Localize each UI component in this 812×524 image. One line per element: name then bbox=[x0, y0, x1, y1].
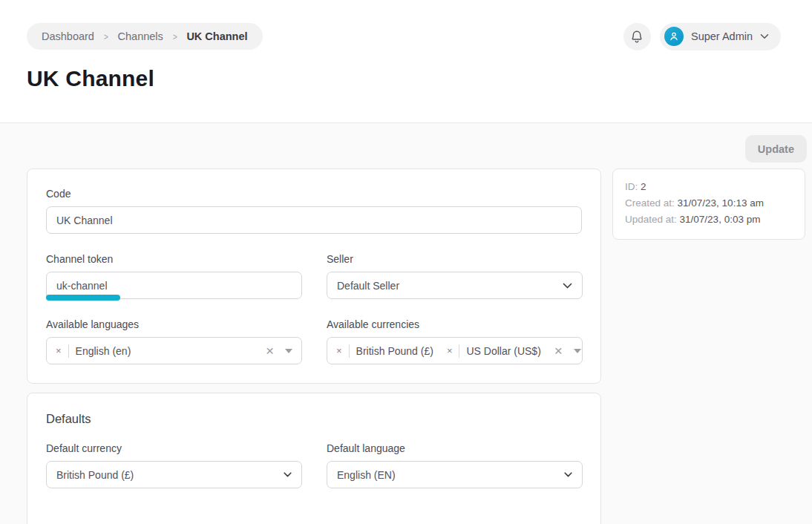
chip-remove-icon[interactable]: × bbox=[56, 346, 62, 356]
token-highlight-bar bbox=[46, 295, 120, 301]
page-header: Dashboard > Channels > UK Channel bbox=[0, 0, 812, 123]
channel-token-label: Channel token bbox=[46, 253, 302, 265]
chip-remove-icon[interactable]: × bbox=[447, 346, 453, 356]
page-title: UK Channel bbox=[0, 50, 812, 91]
default-currency-label: Default currency bbox=[46, 442, 302, 454]
breadcrumb-dashboard[interactable]: Dashboard bbox=[42, 30, 94, 42]
dropdown-caret-icon[interactable] bbox=[285, 349, 292, 353]
breadcrumb-current-page: UK Channel bbox=[186, 30, 247, 42]
language-chip: × English (en) bbox=[56, 344, 131, 358]
dropdown-caret-icon[interactable] bbox=[574, 349, 581, 353]
default-language-field: Default language English (EN) bbox=[327, 442, 583, 488]
chip-divider bbox=[68, 344, 69, 358]
available-currencies-label: Available currencies bbox=[327, 318, 583, 330]
meta-created-label: Created at: bbox=[625, 197, 675, 209]
meta-created-value: 31/07/23, 10:13 am bbox=[678, 197, 764, 209]
breadcrumb-channels[interactable]: Channels bbox=[118, 30, 163, 42]
seller-selected-value: Default Seller bbox=[337, 280, 399, 292]
select-chevron-icon bbox=[284, 472, 292, 477]
available-languages-field: Available languages × English (en) × bbox=[46, 318, 302, 364]
defaults-row: Default currency British Pound (£) Defau… bbox=[46, 442, 582, 488]
chip-remove-icon[interactable]: × bbox=[336, 346, 342, 356]
clear-all-icon[interactable]: × bbox=[266, 344, 274, 358]
default-language-selected-value: English (EN) bbox=[337, 469, 396, 481]
breadcrumb: Dashboard > Channels > UK Channel bbox=[27, 23, 263, 50]
multiselect-controls: × bbox=[554, 344, 581, 358]
default-currency-field: Default currency British Pound (£) bbox=[46, 442, 302, 488]
meta-id-line: ID: 2 bbox=[625, 179, 793, 195]
available-currencies-field: Available currencies × British Pound (£)… bbox=[327, 318, 583, 364]
channel-token-input-wrap bbox=[46, 272, 302, 299]
top-bar: Dashboard > Channels > UK Channel bbox=[0, 0, 812, 50]
code-input[interactable] bbox=[46, 206, 582, 234]
meta-card: ID: 2 Created at: 31/07/23, 10:13 am Upd… bbox=[612, 168, 805, 240]
seller-field: Seller Default Seller bbox=[327, 253, 583, 299]
channel-token-field: Channel token bbox=[46, 253, 302, 299]
chip-label: British Pound (£) bbox=[356, 345, 433, 357]
update-button[interactable]: Update bbox=[745, 135, 807, 163]
code-label: Code bbox=[46, 188, 582, 200]
person-icon bbox=[669, 31, 679, 42]
default-language-label: Default language bbox=[327, 442, 583, 454]
avatar bbox=[664, 27, 684, 46]
currency-chip: × British Pound (£) bbox=[336, 344, 433, 358]
default-currency-selected-value: British Pound (£) bbox=[56, 469, 134, 481]
meta-id-value: 2 bbox=[641, 181, 646, 192]
user-menu-button[interactable]: Super Admin bbox=[660, 23, 781, 50]
user-name: Super Admin bbox=[691, 30, 753, 42]
meta-updated-label: Updated at: bbox=[625, 214, 677, 225]
chip-label: English (en) bbox=[76, 345, 131, 357]
meta-updated-line: Updated at: 31/07/23, 0:03 pm bbox=[625, 212, 793, 228]
chip-divider bbox=[459, 344, 459, 358]
token-seller-row: Channel token Seller Default Seller bbox=[46, 253, 582, 299]
breadcrumb-separator-icon: > bbox=[173, 31, 177, 42]
multiselect-controls: × bbox=[266, 344, 292, 358]
topbar-actions: Super Admin bbox=[623, 23, 781, 50]
meta-id-label: ID: bbox=[625, 181, 638, 192]
languages-currencies-row: Available languages × English (en) × bbox=[46, 318, 582, 364]
available-languages-multiselect[interactable]: × English (en) × bbox=[46, 337, 302, 364]
defaults-title: Defaults bbox=[46, 412, 582, 426]
bell-icon bbox=[630, 30, 644, 44]
main-row: Code Channel token Seller Defa bbox=[27, 168, 805, 384]
breadcrumb-separator-icon: > bbox=[104, 31, 108, 42]
chip-divider bbox=[349, 344, 350, 358]
notifications-button[interactable] bbox=[623, 23, 651, 50]
clear-all-icon[interactable]: × bbox=[554, 344, 563, 358]
available-languages-label: Available languages bbox=[46, 318, 302, 330]
default-language-select[interactable]: English (EN) bbox=[327, 461, 583, 488]
default-currency-select[interactable]: British Pound (£) bbox=[46, 461, 302, 488]
chip-label: US Dollar (US$) bbox=[466, 345, 540, 357]
app-root: Dashboard > Channels > UK Channel bbox=[0, 0, 812, 524]
action-row: Update bbox=[0, 135, 812, 163]
select-chevron-icon bbox=[563, 283, 572, 289]
seller-select[interactable]: Default Seller bbox=[327, 272, 583, 299]
chevron-down-icon bbox=[760, 33, 769, 39]
currency-chip: × US Dollar (US$) bbox=[447, 344, 541, 358]
content-area: Update Code Channel token bbox=[0, 123, 812, 524]
select-chevron-icon bbox=[564, 472, 572, 477]
code-field: Code bbox=[46, 188, 582, 234]
available-currencies-multiselect[interactable]: × British Pound (£) × US Dollar (US$) × bbox=[327, 337, 583, 364]
meta-created-line: Created at: 31/07/23, 10:13 am bbox=[625, 195, 793, 212]
seller-label: Seller bbox=[327, 253, 583, 265]
meta-updated-value: 31/07/23, 0:03 pm bbox=[680, 214, 761, 225]
defaults-card: Defaults Default currency British Pound … bbox=[27, 393, 601, 524]
channel-form-card: Code Channel token Seller Defa bbox=[27, 168, 601, 384]
